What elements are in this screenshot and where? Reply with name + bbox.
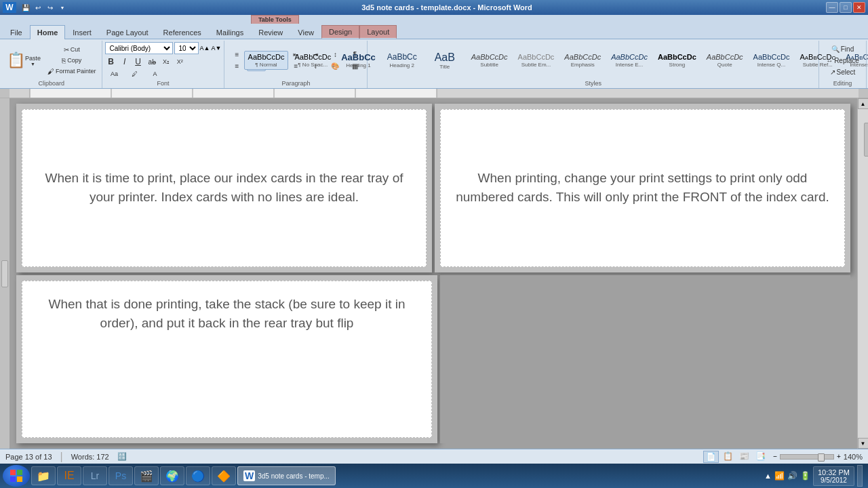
close-btn[interactable]: ✕ — [853, 2, 865, 13]
font-size-select[interactable]: 10 18 — [174, 42, 199, 54]
show-desktop-btn[interactable] — [857, 465, 863, 487]
maximize-btn[interactable]: □ — [840, 2, 852, 13]
taskbar-word-btn[interactable]: W 3d5 note cards - temp... — [237, 466, 336, 485]
paragraph-label: Paragraph — [281, 79, 310, 87]
clock[interactable]: 10:32 PM 9/5/2012 — [813, 466, 854, 486]
bold-btn[interactable]: B — [105, 56, 117, 68]
style-subtle-em[interactable]: AaBbCcDc Subtle Em... — [514, 51, 559, 70]
tray-show-btn[interactable]: ▲ — [764, 472, 772, 480]
tab-design[interactable]: Design — [321, 25, 359, 39]
clear-format-btn[interactable]: Aa — [105, 69, 124, 79]
style-heading2[interactable]: AaBbCc Heading 2 — [382, 50, 422, 70]
card-1-wrapper: When it is time to print, place our inde… — [16, 104, 432, 272]
card-2-inner[interactable]: When printing, change your print setting… — [440, 109, 845, 267]
copy-btn[interactable]: ⎘ Copy — [45, 56, 99, 66]
style-emphasis[interactable]: AaBbCcDc Emphasis — [560, 51, 605, 70]
status-bar: Page 13 of 13 | Words: 172 🔠 📄 📋 📰 📑 − +… — [0, 449, 868, 464]
find-btn[interactable]: 🔍 Find — [823, 44, 862, 54]
font-color-btn[interactable]: A — [146, 69, 165, 79]
style-subtitle[interactable]: AaBbCcDc Subtitle — [467, 51, 512, 70]
style-strong[interactable]: AaBbCcDc Strong — [654, 51, 701, 70]
svg-rect-9 — [17, 470, 22, 475]
replace-btn[interactable]: ↔ Replace — [823, 56, 862, 66]
styles-group: AaBbCcDc ¶ Normal AaBbCcDc ¶ No Spac... … — [368, 41, 819, 88]
shrink-font-btn[interactable]: A▼ — [211, 45, 221, 52]
style-intense-q[interactable]: AaBbCcDc Intense Q... — [749, 51, 794, 70]
style-normal[interactable]: AaBbCcDc ¶ Normal — [244, 51, 289, 70]
card-3-wrapper: When that is done printing, take the sta… — [16, 275, 437, 444]
italic-btn[interactable]: I — [119, 56, 131, 68]
right-scrollbar: ▲ ▼ — [857, 98, 868, 449]
tab-references[interactable]: References — [156, 25, 209, 39]
style-no-space[interactable]: AaBbCcDc ¶ No Spac... — [290, 51, 335, 70]
select-btn[interactable]: ↗ Select — [823, 67, 862, 77]
paste-btn[interactable]: 📋 Paste ▼ — [4, 52, 43, 69]
tab-layout[interactable]: Layout — [359, 25, 397, 39]
tab-review[interactable]: Review — [251, 25, 290, 39]
highlight-btn[interactable]: 🖊 — [125, 69, 144, 79]
outline-view-btn[interactable]: 📑 — [753, 451, 768, 463]
zoom-slider[interactable] — [780, 454, 834, 460]
start-button[interactable] — [3, 465, 30, 487]
subscript-btn[interactable]: X₂ — [160, 57, 172, 66]
print-layout-view-btn[interactable]: 📄 — [703, 451, 719, 463]
font-family-select[interactable]: Calibri (Body) — [105, 42, 173, 54]
taskbar-vlc-btn[interactable]: 🔶 — [212, 466, 236, 485]
font-group: Calibri (Body) 10 18 A▲ A▼ B I U ab̶ X₂ … — [102, 41, 225, 88]
spell-check-icon[interactable]: 🔠 — [117, 452, 127, 461]
svg-rect-8 — [10, 470, 16, 475]
format-painter-btn[interactable]: 🖌 Format Painter — [45, 66, 99, 77]
table-tools-tab[interactable]: Table Tools — [251, 15, 299, 24]
taskbar-chrome-btn[interactable]: 🔵 — [186, 466, 210, 485]
zoom-level: 140% — [844, 453, 863, 461]
styles-row: AaBbCcDc ¶ Normal AaBbCcDc ¶ No Spac... … — [244, 49, 868, 72]
style-intense-em[interactable]: AaBbCcDc Intense E... — [607, 51, 652, 70]
cut-btn[interactable]: ✂ Cut — [45, 45, 99, 55]
tray-network-icon[interactable]: 📶 — [774, 471, 785, 481]
scroll-down-btn[interactable]: ▼ — [858, 438, 869, 449]
taskbar-firefox-btn[interactable]: 🌍 — [160, 466, 184, 485]
left-scroll-handle[interactable] — [1, 260, 8, 287]
ribbon-upper-tabs: Table Tools — [0, 15, 868, 24]
editing-label: Editing — [833, 79, 852, 87]
redo-quick-btn[interactable]: ↪ — [45, 2, 56, 13]
tab-page-layout[interactable]: Page Layout — [99, 25, 156, 39]
style-heading1[interactable]: AaBbCc Heading 1 — [337, 50, 380, 71]
undo-quick-btn[interactable]: ↩ — [33, 2, 43, 13]
minimize-btn[interactable]: — — [826, 2, 838, 13]
document-content: When it is time to print, place our inde… — [9, 98, 857, 449]
card-3-inner[interactable]: When that is done printing, take the sta… — [22, 281, 432, 439]
ribbon-content: 📋 Paste ▼ ✂ Cut ⎘ Copy 🖌 Format Painter … — [0, 39, 868, 89]
tab-mailings[interactable]: Mailings — [209, 25, 251, 39]
strikethrough-btn[interactable]: ab̶ — [146, 57, 159, 67]
tab-view[interactable]: View — [290, 25, 321, 39]
taskbar-app2-btn[interactable]: IE — [57, 466, 81, 485]
taskbar-explorer-btn[interactable]: 📁 — [31, 466, 56, 485]
zoom-in-btn[interactable]: + — [837, 453, 841, 460]
qa-dropdown[interactable]: ▼ — [57, 2, 68, 13]
grow-font-btn[interactable]: A▲ — [200, 45, 210, 52]
zoom-thumb[interactable] — [818, 453, 825, 462]
style-title[interactable]: AaB Title — [425, 49, 465, 72]
save-quick-btn[interactable]: 💾 — [20, 2, 31, 13]
scroll-thumb[interactable] — [864, 123, 869, 157]
tab-file[interactable]: File — [3, 25, 30, 39]
tray-volume-icon[interactable]: 🔊 — [787, 471, 797, 481]
scroll-up-btn[interactable]: ▲ — [858, 98, 869, 109]
superscript-btn[interactable]: X² — [174, 57, 186, 66]
style-quote[interactable]: AaBbCcDc Quote — [703, 51, 747, 70]
zoom-out-btn[interactable]: − — [773, 453, 777, 460]
taskbar-media-btn[interactable]: 🎬 — [134, 466, 159, 485]
taskbar-ps-btn[interactable]: Ps — [108, 466, 133, 485]
tab-home[interactable]: Home — [30, 25, 66, 39]
svg-rect-1 — [30, 89, 437, 98]
underline-btn[interactable]: U — [132, 56, 144, 68]
web-layout-view-btn[interactable]: 📰 — [737, 451, 751, 463]
document-area: When it is time to print, place our inde… — [0, 98, 868, 449]
card-1-inner[interactable]: When it is time to print, place our inde… — [22, 109, 427, 267]
tab-insert[interactable]: Insert — [65, 25, 99, 39]
tray-battery-icon[interactable]: 🔋 — [800, 471, 810, 481]
full-screen-view-btn[interactable]: 📋 — [721, 451, 735, 463]
editing-group: 🔍 Find ↔ Replace ↗ Select Editing — [819, 41, 867, 88]
taskbar-lr-btn[interactable]: Lr — [83, 466, 107, 485]
